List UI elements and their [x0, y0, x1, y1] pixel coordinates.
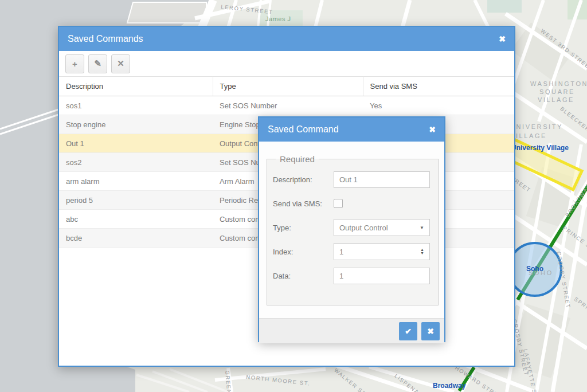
- table-row[interactable]: sos1Set SOS NumberYes: [59, 96, 514, 115]
- column-header-sms[interactable]: Send via SMS: [363, 77, 514, 96]
- cell-description: sos2: [59, 153, 213, 172]
- plus-icon: +: [72, 59, 77, 69]
- dialog-title: Saved Commands: [68, 34, 499, 44]
- cell-description: Out 1: [59, 134, 213, 153]
- type-label: Type:: [273, 224, 334, 232]
- close-icon[interactable]: ✖: [499, 35, 506, 43]
- cell-description: abc: [59, 210, 213, 229]
- fieldset-legend: Required: [276, 154, 319, 164]
- form-footer: ✔ ✖: [259, 318, 444, 343]
- type-select-value: Output Control: [339, 224, 420, 232]
- spin-down-icon[interactable]: ▼: [420, 252, 424, 255]
- form-body: Required Description: Send via SMS: Type…: [259, 142, 444, 318]
- index-stepper[interactable]: 1 ▲ ▼: [334, 243, 430, 260]
- cancel-button[interactable]: ✖: [421, 322, 440, 340]
- x-icon: ✖: [427, 327, 434, 336]
- x-icon: ✕: [117, 58, 124, 69]
- description-label: Description:: [273, 175, 334, 184]
- data-input[interactable]: [334, 268, 430, 284]
- chevron-down-icon: ▼: [420, 225, 424, 230]
- stepper-arrows[interactable]: ▲ ▼: [420, 248, 424, 255]
- form-dialog-header[interactable]: Saved Command ✖: [259, 117, 444, 142]
- data-label: Data:: [273, 272, 334, 280]
- cell-description: sos1: [59, 96, 213, 115]
- cell-description: period 5: [59, 191, 213, 210]
- description-row: Description:: [273, 171, 430, 188]
- type-row: Type: Output Control ▼: [273, 219, 430, 236]
- sms-checkbox[interactable]: [334, 199, 343, 208]
- sms-label: Send via SMS:: [273, 199, 334, 208]
- geofence-soho-circle[interactable]: [508, 243, 561, 296]
- delete-command-button[interactable]: ✕: [111, 54, 130, 73]
- index-row: Index: 1 ▲ ▼: [273, 243, 430, 260]
- cell-description: Stop engine: [59, 115, 213, 134]
- sms-row: Send via SMS:: [273, 195, 430, 212]
- cell-description: bcde: [59, 229, 213, 248]
- saved-command-form-dialog: Saved Command ✖ Required Description: Se…: [258, 116, 445, 342]
- column-header-type[interactable]: Type: [213, 77, 363, 96]
- cell-type: Set SOS Number: [213, 96, 363, 115]
- add-command-button[interactable]: +: [65, 54, 84, 73]
- pencil-icon: ✎: [94, 58, 101, 69]
- cell-sms: Yes: [363, 96, 514, 115]
- check-icon: ✔: [405, 327, 412, 336]
- required-fieldset: Required Description: Send via SMS: Type…: [267, 154, 439, 305]
- saved-commands-header[interactable]: Saved Commands ✖: [59, 27, 514, 51]
- app-stage: LEROY STREETJames JWEST 3RD STREETWASHIN…: [0, 0, 587, 392]
- commands-toolbar: + ✎ ✕: [59, 51, 514, 76]
- edit-command-button[interactable]: ✎: [88, 54, 107, 73]
- type-select[interactable]: Output Control ▼: [334, 219, 430, 236]
- index-value: 1: [339, 248, 420, 256]
- column-header-description[interactable]: Description: [59, 77, 213, 96]
- close-icon[interactable]: ✖: [429, 126, 436, 134]
- data-row: Data:: [273, 267, 430, 284]
- form-dialog-title: Saved Command: [268, 124, 429, 135]
- index-label: Index:: [273, 248, 334, 256]
- confirm-button[interactable]: ✔: [399, 322, 417, 340]
- cell-description: arm alarm: [59, 172, 213, 191]
- description-input[interactable]: [334, 171, 430, 188]
